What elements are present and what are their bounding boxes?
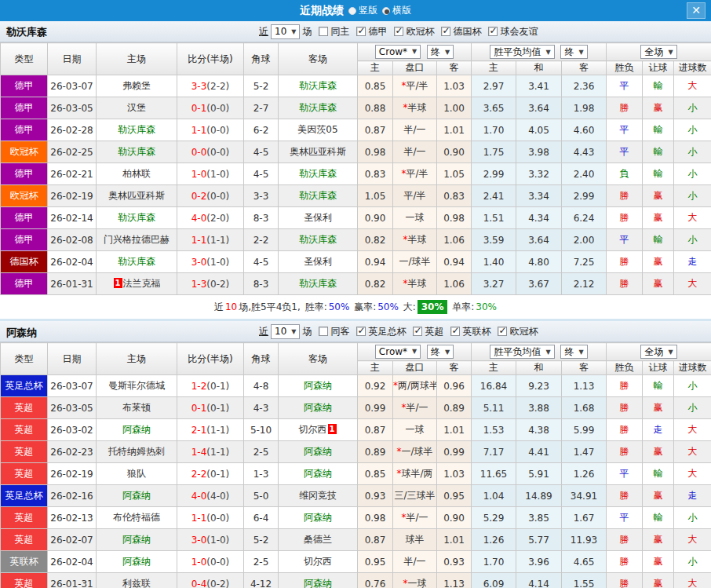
star-mark: *: [403, 234, 408, 245]
handicap-odds-home: 0.85: [358, 75, 393, 97]
match-result: 勝: [607, 207, 643, 229]
handicap-result: 赢: [643, 207, 674, 229]
avg-odds-select[interactable]: 胜平负均值: [490, 345, 554, 359]
score-cell: 4-0(4-0): [177, 485, 244, 507]
league-label: 球会友谊: [500, 25, 538, 38]
summary-segment: 大:: [400, 301, 416, 312]
match-result: 勝: [607, 551, 643, 573]
match-result: 平: [607, 141, 643, 163]
draw-odds: 3.67: [516, 273, 562, 295]
win-odds: 7.17: [472, 441, 516, 463]
col-corner: 角球: [244, 343, 279, 375]
team-label: 阿森纳: [304, 512, 332, 523]
summary-segment: 胜率:: [305, 301, 327, 312]
filter-bar: 近 10 场 同主 德甲 欧冠杯 德国杯 球会友谊: [259, 21, 538, 42]
away-team: 阿森纳: [279, 375, 358, 397]
win-odds: 16.84: [472, 375, 516, 397]
league-label: 德甲: [368, 25, 387, 38]
team-label: 狼队: [127, 468, 146, 479]
league-checkbox-epl[interactable]: [413, 327, 422, 336]
handicap-result: 輸: [643, 141, 674, 163]
corner-score: 2-2: [244, 229, 279, 251]
bookmaker-select[interactable]: Crow*: [375, 45, 421, 59]
league-checkbox-ucl[interactable]: [498, 327, 507, 336]
match-date: 26-02-13: [48, 507, 97, 529]
table-row: 德国杯26-02-04勒沃库森3-0(1-0)4-5圣保利0.94一/球半0.9…: [1, 251, 711, 273]
col-home: 主场: [97, 343, 177, 375]
same-away-label: 同客: [330, 325, 349, 338]
league-checkbox-bundesliga[interactable]: [356, 27, 366, 36]
games-count-value: 10: [275, 326, 286, 337]
col-lose: 客: [562, 61, 607, 75]
handicap-line: 平/半: [393, 185, 437, 207]
goals-result: 小: [674, 229, 711, 251]
match-date: 26-02-25: [48, 141, 97, 163]
league-checkbox-friendly[interactable]: [488, 27, 498, 36]
close-icon: ✕: [691, 4, 701, 16]
avg-odds-select[interactable]: 胜平负均值: [490, 45, 554, 59]
corner-score: 5-2: [244, 529, 279, 551]
handicap-result: 走: [643, 419, 674, 441]
page-title: 近期战绩: [300, 4, 344, 18]
handicap-odds-away: 0.95: [437, 485, 472, 507]
team-label: 勒沃库森: [299, 102, 337, 113]
home-team: 勒沃库森: [97, 119, 177, 141]
col-draw: 和: [516, 61, 562, 75]
league-checkbox-efl-cup[interactable]: [450, 327, 460, 336]
away-team: 切尔西1: [279, 419, 358, 441]
handicap-odds-away: 1.03: [437, 463, 472, 485]
avg-time-select[interactable]: 终: [560, 45, 587, 59]
section-header: 勒沃库森 近 10 场 同主 德甲 欧冠杯 德国杯 球会友谊: [0, 21, 711, 42]
goals-result: 小: [674, 141, 711, 163]
games-count-select[interactable]: 10: [271, 324, 300, 339]
handicap-result: 赢: [643, 551, 674, 573]
league-label: 英足总杯: [368, 325, 406, 338]
home-team: 阿森纳: [97, 419, 177, 441]
team-label: 柏林联: [122, 168, 151, 179]
odds-time-select[interactable]: 终: [427, 345, 454, 359]
col-handicap-result: 让球: [643, 61, 674, 75]
league-checkbox-fa-cup[interactable]: [356, 327, 366, 336]
table-row: 英超26-03-02阿森纳2-1(1-1)5-10切尔西10.87一球1.011…: [1, 419, 711, 441]
table-row: 欧冠杯26-02-25勒沃库森0-0(0-0)4-5奥林匹亚科斯0.98半/一0…: [1, 141, 711, 163]
home-team: 曼斯菲尔德城: [97, 375, 177, 397]
handicap-odds-away: 0.90: [437, 507, 472, 529]
fulltime-select[interactable]: 全场: [640, 45, 676, 59]
goals-result: 小: [674, 119, 711, 141]
bookmaker-select[interactable]: Crow*: [375, 345, 421, 359]
avg-time-select[interactable]: 终: [560, 345, 587, 359]
layout-horizontal-radio[interactable]: 横版: [382, 4, 411, 17]
home-team: 门兴格拉德巴赫: [97, 229, 177, 251]
league-badge: 德甲: [1, 229, 48, 251]
handicap-odds-home: 0.76: [358, 573, 393, 588]
league-checkbox-dfb-pokal[interactable]: [441, 27, 450, 36]
fulltime-select[interactable]: 全场: [640, 345, 676, 359]
section-arsenal: 阿森纳 近 10 场 同客 英足总杯 英超 英联杯 欧冠杯: [0, 319, 711, 588]
handicap-odds-away: 1.01: [437, 529, 472, 551]
draw-odds: 3.96: [516, 551, 562, 573]
league-badge: 英超: [1, 397, 48, 419]
col-home: 主场: [97, 43, 177, 75]
team-label: 圣保利: [304, 256, 332, 267]
handicap-line: *一球: [393, 573, 437, 588]
goals-result: 小: [674, 185, 711, 207]
score-cell: 1-2(0-1): [177, 375, 244, 397]
odds-time-select[interactable]: 终: [427, 45, 454, 59]
corner-score: 4-5: [244, 251, 279, 273]
away-team: 勒沃库森: [279, 163, 358, 185]
layout-vertical-radio[interactable]: 竖版: [348, 4, 377, 17]
fulltime-score: 1-1: [191, 235, 207, 246]
col-type: 类型: [1, 43, 48, 75]
same-away-checkbox[interactable]: [319, 327, 328, 336]
home-team: 勒沃库森: [97, 141, 177, 163]
handicap-line: *半球: [393, 97, 437, 119]
close-button[interactable]: ✕: [687, 2, 706, 19]
league-checkbox-ucl[interactable]: [394, 27, 403, 36]
same-home-checkbox[interactable]: [319, 27, 328, 36]
fulltime-score: 1-0: [191, 557, 207, 568]
handicap-result: 輸: [643, 375, 674, 397]
handicap-odds-away: 0.89: [437, 397, 472, 419]
section-leverkusen: 勒沃库森 近 10 场 同主 德甲 欧冠杯 德国杯 球会友谊: [0, 21, 711, 319]
games-count-select[interactable]: 10: [271, 24, 300, 39]
team-label: 切尔西: [304, 556, 332, 567]
